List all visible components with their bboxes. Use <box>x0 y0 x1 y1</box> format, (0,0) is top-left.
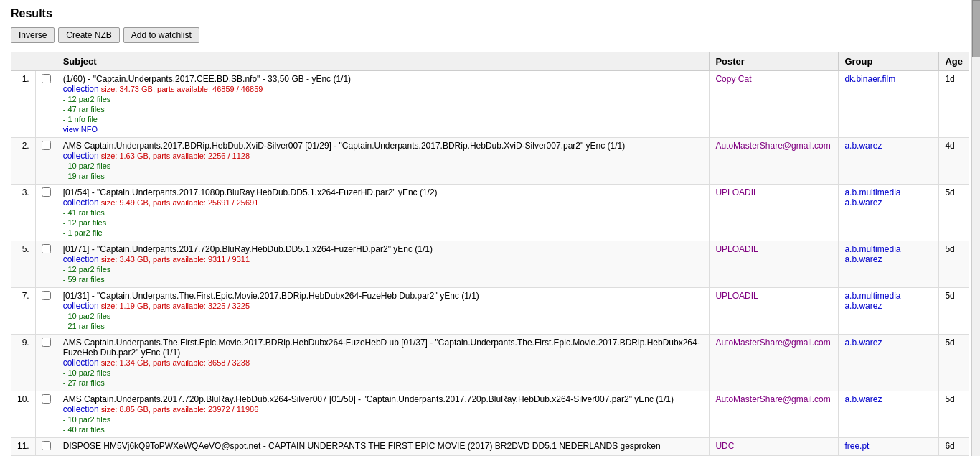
inverse-button[interactable]: Inverse <box>11 27 55 43</box>
col-header-group: Group <box>839 52 939 71</box>
subject-cell: AMS Captain.Underpants.2017.720p.BluRay.… <box>57 391 710 438</box>
poster-cell: AutoMasterShare@gmail.com <box>710 138 839 185</box>
row-checkbox-cell[interactable] <box>35 438 57 456</box>
collection-link[interactable]: collection <box>63 254 99 264</box>
collection-link[interactable]: collection <box>63 197 99 208</box>
poster-cell: Copy Cat <box>710 71 839 138</box>
group-cell: a.b.multimediaa.b.warez <box>839 185 939 241</box>
nfo-link[interactable]: view NFO <box>63 125 98 134</box>
subject-title: DISPOSE HM5Vj6kQ9ToPWXeWQAeVO@spot.net -… <box>63 441 661 451</box>
row-number: 3. <box>11 185 36 241</box>
subject-cell: [01/71] - "Captain.Underpants.2017.720p.… <box>57 241 710 288</box>
collection-link[interactable]: collection <box>63 301 99 311</box>
row-checkbox[interactable] <box>42 74 51 83</box>
collection-info: size: 1.63 GB, parts available: 2256 / 1… <box>99 152 250 160</box>
row-checkbox-cell[interactable] <box>35 71 57 138</box>
row-checkbox[interactable] <box>42 441 51 450</box>
group-link-1[interactable]: a.b.warez <box>844 141 933 151</box>
row-checkbox-cell[interactable] <box>35 288 57 335</box>
file-detail: - 47 rar files <box>63 105 105 113</box>
group-link-1[interactable]: a.b.warez <box>844 394 933 404</box>
scrollbar-thumb[interactable] <box>972 0 980 57</box>
subject-cell: [01/31] - "Captain.Underpants.The.First.… <box>57 288 710 335</box>
group-cell: a.b.multimediaa.b.warez <box>839 288 939 335</box>
row-checkbox-cell[interactable] <box>35 335 57 391</box>
poster-link[interactable]: AutoMasterShare@gmail.com <box>715 394 830 404</box>
row-checkbox-cell[interactable] <box>35 185 57 241</box>
row-checkbox[interactable] <box>42 187 51 197</box>
collection-info: size: 3.43 GB, parts available: 9311 / 9… <box>99 255 250 264</box>
age-cell: 5d <box>939 241 969 288</box>
create-nzb-button[interactable]: Create NZB <box>58 27 119 43</box>
collection-link[interactable]: collection <box>63 151 99 161</box>
poster-link[interactable]: UPLOADIL <box>715 187 758 197</box>
poster-link[interactable]: AutoMasterShare@gmail.com <box>715 141 830 151</box>
poster-cell: UDC <box>710 438 839 456</box>
file-detail: - 21 rar files <box>63 322 105 330</box>
row-checkbox-cell[interactable] <box>35 241 57 288</box>
group-link-1[interactable]: a.b.multimedia <box>844 244 933 254</box>
file-detail: - 59 rar files <box>63 275 105 284</box>
row-number: 10. <box>11 391 36 438</box>
poster-cell: UPLOADIL <box>710 241 839 288</box>
group-cell: a.b.warez <box>839 391 939 438</box>
group-link-1[interactable]: a.b.multimedia <box>844 291 933 301</box>
row-checkbox[interactable] <box>42 141 51 150</box>
collection-info: size: 9.49 GB, parts available: 25691 / … <box>99 198 259 207</box>
poster-link[interactable]: UDC <box>715 441 734 451</box>
collection-link[interactable]: collection <box>63 358 99 368</box>
file-detail: - 1 par2 file <box>63 228 103 237</box>
group-link-2[interactable]: a.b.warez <box>844 301 933 311</box>
col-header-age: Age <box>939 52 969 71</box>
poster-link[interactable]: AutoMasterShare@gmail.com <box>715 338 830 348</box>
add-watchlist-button[interactable]: Add to watchlist <box>123 27 199 43</box>
subject-title: AMS Captain.Underpants.2017.720p.BluRay.… <box>63 394 674 404</box>
group-cell: free.pt <box>839 438 939 456</box>
subject-cell: DISPOSE HM5Vj6kQ9ToPWXeWQAeVO@spot.net -… <box>57 438 710 456</box>
collection-link[interactable]: collection <box>63 404 99 414</box>
page-title: Results <box>11 7 969 20</box>
age-cell: 6d <box>939 438 969 456</box>
file-detail: - 12 par2 files <box>63 265 111 274</box>
subject-title: (1/60) - "Captain.Underpants.2017.CEE.BD… <box>63 74 351 84</box>
row-number: 2. <box>11 138 36 185</box>
row-number: 11. <box>11 438 36 456</box>
row-checkbox[interactable] <box>42 394 51 404</box>
group-link-1[interactable]: a.b.multimedia <box>844 187 933 197</box>
group-link-2[interactable]: a.b.warez <box>844 254 933 264</box>
poster-cell: AutoMasterShare@gmail.com <box>710 335 839 391</box>
collection-link[interactable]: collection <box>63 84 99 94</box>
poster-cell: AutoMasterShare@gmail.com <box>710 391 839 438</box>
scrollbar[interactable] <box>971 0 980 456</box>
subject-cell: [01/54] - "Captain.Underpants.2017.1080p… <box>57 185 710 241</box>
poster-link[interactable]: Copy Cat <box>715 74 751 84</box>
file-detail: - 19 rar files <box>63 172 105 180</box>
row-checkbox[interactable] <box>42 338 51 347</box>
subject-title: AMS Captain.Underpants.The.First.Epic.Mo… <box>63 338 700 358</box>
poster-cell: UPLOADIL <box>710 288 839 335</box>
results-table: Subject Poster Group Age 1.(1/60) - "Cap… <box>11 52 969 456</box>
collection-info: size: 8.85 GB, parts available: 23972 / … <box>99 405 259 414</box>
age-cell: 5d <box>939 391 969 438</box>
group-link-1[interactable]: a.b.warez <box>844 338 933 348</box>
group-link-1[interactable]: dk.binaer.film <box>844 74 933 84</box>
file-detail: - 10 par2 files <box>63 162 111 170</box>
group-cell: a.b.warez <box>839 138 939 185</box>
row-checkbox[interactable] <box>42 291 51 300</box>
row-checkbox-cell[interactable] <box>35 391 57 438</box>
group-link-1[interactable]: free.pt <box>844 441 933 451</box>
group-link-2[interactable]: a.b.warez <box>844 197 933 208</box>
subject-title: AMS Captain.Underpants.2017.BDRip.HebDub… <box>63 141 626 151</box>
group-cell: dk.binaer.film <box>839 71 939 138</box>
row-checkbox[interactable] <box>42 244 51 253</box>
file-detail: - 12 par files <box>63 218 107 227</box>
row-number: 5. <box>11 241 36 288</box>
poster-link[interactable]: UPLOADIL <box>715 244 758 254</box>
subject-cell: AMS Captain.Underpants.The.First.Epic.Mo… <box>57 335 710 391</box>
row-checkbox-cell[interactable] <box>35 138 57 185</box>
file-detail: - 12 par2 files <box>63 95 111 103</box>
age-cell: 4d <box>939 138 969 185</box>
file-detail: - 10 par2 files <box>63 368 111 377</box>
poster-link[interactable]: UPLOADIL <box>715 291 758 301</box>
age-cell: 5d <box>939 288 969 335</box>
